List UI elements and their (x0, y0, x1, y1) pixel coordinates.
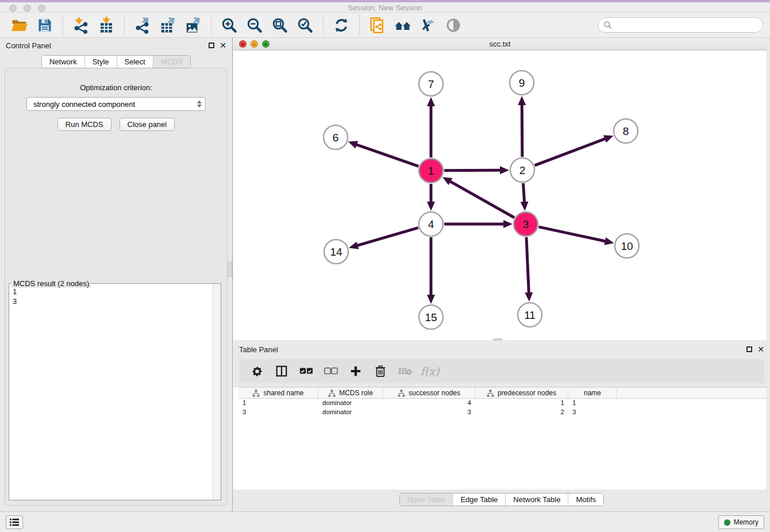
delete-column-button[interactable] (398, 364, 413, 379)
plus-icon (349, 365, 362, 377)
search-input[interactable] (615, 21, 757, 29)
tab-style[interactable]: Style (84, 56, 117, 68)
svg-text:2: 2 (519, 164, 526, 176)
show-graphics-button[interactable] (444, 16, 463, 35)
network-canvas[interactable]: 7968124314101511 (233, 51, 767, 340)
export-image-button[interactable] (183, 16, 203, 35)
graph-edge-4-14[interactable] (357, 228, 418, 245)
delete-button[interactable] (373, 364, 388, 379)
table-tabs: Node Table Edge Table Network Table Moti… (399, 493, 604, 506)
graph-node-8[interactable]: 8 (614, 119, 638, 143)
hierarchy-icon (252, 390, 260, 397)
table-row[interactable]: 1dominator411 (238, 399, 767, 408)
zoom-in-button[interactable] (220, 16, 239, 35)
tab-mcds[interactable]: MCDS (153, 56, 190, 68)
graph-node-1[interactable]: 1 (419, 159, 443, 183)
optimization-criterion-select[interactable]: strongly connected component (26, 97, 206, 111)
column-header-MCDS-role[interactable]: MCDS role (318, 388, 383, 398)
tab-motifs[interactable]: Motifs (568, 494, 603, 506)
result-scrollbar[interactable] (213, 284, 221, 500)
horizontal-splitter-handle[interactable] (493, 338, 502, 341)
vertical-splitter-handle[interactable] (228, 262, 232, 277)
graph-node-7[interactable]: 7 (419, 72, 443, 96)
graph-edge-3-10[interactable] (538, 227, 605, 241)
export-image-icon (184, 17, 202, 34)
table-cell: 3 (383, 408, 475, 417)
tab-select[interactable]: Select (117, 56, 153, 68)
zoom-fit-button[interactable] (270, 16, 290, 35)
hide-graphics-icon (419, 17, 437, 34)
graph-node-3[interactable]: 3 (514, 212, 538, 236)
main-toolbar (0, 13, 770, 38)
graph-node-15[interactable]: 15 (419, 305, 443, 329)
graph-node-4[interactable]: 4 (419, 212, 443, 236)
first-neighbors-button[interactable] (393, 16, 413, 35)
split-table-button[interactable] (274, 364, 289, 379)
toolbar-separator (323, 16, 324, 35)
clone-network-button[interactable] (368, 16, 387, 35)
tab-network[interactable]: Network (42, 56, 84, 68)
open-session-button[interactable] (10, 16, 29, 35)
run-mcds-button[interactable]: Run MCDS (57, 118, 111, 131)
tab-node-table[interactable]: Node Table (400, 494, 453, 506)
close-panel-button[interactable]: Close panel (120, 118, 175, 131)
memory-button[interactable]: Memory (718, 515, 764, 529)
column-header-successor-nodes[interactable]: successor nodes (383, 388, 475, 398)
zoom-out-icon (246, 17, 263, 34)
import-network-icon (72, 17, 90, 34)
svg-text:1: 1 (428, 165, 434, 177)
zoom-out-button[interactable] (245, 16, 264, 35)
table-cell: dominator (318, 408, 383, 417)
graph-edge-2-9[interactable] (522, 105, 522, 157)
table-cell: 1 (475, 399, 568, 408)
close-table-panel-icon[interactable]: ✕ (757, 346, 764, 352)
graph-edge-3-11[interactable] (526, 237, 529, 293)
graph-node-9[interactable]: 9 (510, 71, 534, 95)
zoom-selected-button[interactable] (295, 16, 315, 35)
network-window-titlebar[interactable]: ✕ − + scc.txt (233, 38, 767, 51)
edge-arrow-icon (427, 202, 435, 211)
table-header-row: shared nameMCDS rolesuccessor nodesprede… (238, 387, 767, 399)
table-cell: 3 (568, 408, 617, 417)
svg-text:15: 15 (425, 311, 437, 323)
graph-node-14[interactable]: 14 (324, 240, 348, 264)
table-settings-button[interactable] (249, 364, 264, 379)
add-column-button[interactable] (348, 364, 363, 379)
export-table-button[interactable] (158, 16, 178, 35)
hide-graphics-button[interactable] (418, 16, 438, 35)
search-field[interactable] (598, 17, 763, 33)
mcds-result-text: 1 3 (9, 285, 212, 500)
tab-edge-table[interactable]: Edge Table (452, 494, 505, 506)
hierarchy-icon (328, 390, 336, 397)
edge-arrow-icon (503, 220, 513, 228)
tab-network-table[interactable]: Network Table (505, 494, 568, 506)
close-panel-icon[interactable]: ✕ (220, 43, 226, 48)
clear-selection-button[interactable] (324, 364, 338, 379)
graph-edge-3-1[interactable] (450, 182, 514, 218)
edge-arrow-icon (603, 135, 613, 142)
select-all-button[interactable] (299, 364, 314, 379)
graph-node-2[interactable]: 2 (510, 158, 534, 182)
graph-edge-2-3[interactable] (523, 183, 524, 202)
column-header-shared-name[interactable]: shared name (238, 388, 318, 398)
refresh-button[interactable] (332, 16, 351, 35)
table-row[interactable]: 3dominator323 (238, 408, 767, 417)
trash-icon (375, 365, 386, 377)
float-table-panel-icon[interactable] (746, 346, 752, 352)
graph-edge-1-2[interactable] (444, 170, 500, 171)
graph-edge-2-8[interactable] (535, 138, 606, 165)
import-table-button[interactable] (97, 16, 116, 35)
save-session-button[interactable] (35, 16, 55, 35)
graph-node-11[interactable]: 11 (518, 303, 542, 327)
graph-edge-1-6[interactable] (356, 145, 418, 167)
graph-node-6[interactable]: 6 (324, 125, 348, 149)
graph-node-10[interactable]: 10 (615, 234, 639, 258)
column-label: name (584, 389, 601, 397)
task-history-button[interactable] (6, 515, 23, 529)
export-network-button[interactable] (133, 16, 152, 35)
float-panel-icon[interactable] (209, 43, 214, 48)
column-header-predecessor-nodes[interactable]: predecessor nodes (475, 388, 568, 398)
column-header-name[interactable]: name (568, 388, 617, 398)
import-network-button[interactable] (71, 16, 91, 35)
function-builder-button[interactable]: f(x) (422, 364, 437, 379)
